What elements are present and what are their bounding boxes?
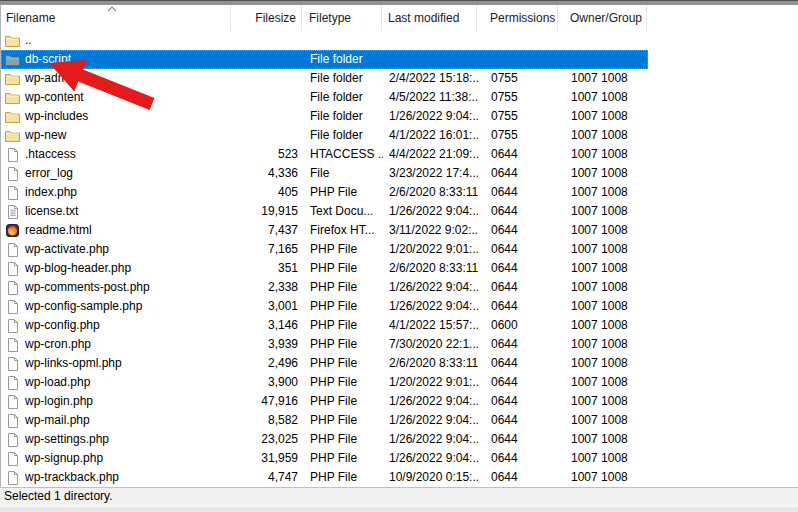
type-cell: PHP File	[303, 392, 383, 411]
filename-cell: wp-admin	[1, 69, 232, 88]
filename-label: wp-config-sample.php	[25, 297, 142, 316]
modified-cell: 1/26/2022 9:04:...	[383, 107, 478, 126]
file-row[interactable]: wp-newFile folder4/1/2022 16:01:...07551…	[1, 126, 648, 145]
perms-cell: 0644	[478, 449, 559, 468]
filename-label: wp-mail.php	[25, 411, 90, 430]
file-row[interactable]: error_log4,336File3/23/2022 17:4...06441…	[1, 164, 648, 183]
filename-label: wp-new	[25, 126, 66, 145]
perms-cell: 0755	[478, 88, 559, 107]
filename-cell: wp-settings.php	[1, 430, 232, 449]
file-row[interactable]: wp-activate.php7,165PHP File1/20/2022 9:…	[1, 240, 648, 259]
type-cell: File folder	[303, 69, 383, 88]
file-row[interactable]: db-scriptFile folder	[1, 50, 648, 69]
file-row[interactable]: wp-blog-header.php351PHP File2/6/2020 8:…	[1, 259, 648, 278]
perms-cell: 0755	[478, 126, 559, 145]
column-header-filesize[interactable]: Filesize	[231, 5, 302, 31]
file-row[interactable]: license.txt19,915Text Docu...1/26/2022 9…	[1, 202, 648, 221]
owner-cell: 1007 1008	[559, 107, 648, 126]
owner-cell: 1007 1008	[559, 297, 648, 316]
modified-cell: 4/1/2022 16:01:...	[383, 126, 478, 145]
file-row[interactable]: wp-cron.php3,939PHP File7/30/2020 22:1..…	[1, 335, 648, 354]
folder-selected-icon	[4, 52, 21, 67]
modified-cell: 2/4/2022 15:18:...	[383, 69, 478, 88]
file-icon	[4, 470, 21, 485]
filename-cell: wp-signup.php	[1, 449, 232, 468]
owner-cell: 1007 1008	[559, 430, 648, 449]
column-header-filetype[interactable]: Filetype	[302, 5, 382, 31]
file-row[interactable]: wp-trackback.php4,747PHP File10/9/2020 0…	[1, 468, 648, 487]
file-row[interactable]: wp-login.php47,916PHP File1/26/2022 9:04…	[1, 392, 648, 411]
file-icon	[4, 413, 21, 428]
type-cell: PHP File	[303, 468, 383, 487]
folder-icon	[4, 33, 21, 48]
filename-cell: index.php	[1, 183, 232, 202]
perms-cell: 0644	[478, 297, 559, 316]
column-header-last-modified[interactable]: Last modified	[382, 5, 477, 31]
size-cell: 2,496	[232, 354, 303, 373]
file-row[interactable]: wp-contentFile folder4/5/2022 11:38:...0…	[1, 88, 648, 107]
filename-cell: db-script	[1, 50, 232, 69]
perms-cell: 0644	[478, 164, 559, 183]
type-cell	[303, 31, 383, 50]
perms-cell: 0644	[478, 278, 559, 297]
owner-cell: 1007 1008	[559, 468, 648, 487]
status-text: Selected 1 directory.	[4, 489, 113, 503]
file-row[interactable]: wp-includesFile folder1/26/2022 9:04:...…	[1, 107, 648, 126]
size-cell	[232, 69, 303, 88]
modified-cell: 2/6/2020 8:33:11	[383, 354, 478, 373]
filename-label: wp-includes	[25, 107, 88, 126]
filename-cell: ..	[1, 31, 232, 50]
file-icon	[4, 337, 21, 352]
modified-cell: 3/11/2022 9:02:...	[383, 221, 478, 240]
column-header-permissions[interactable]: Permissions	[477, 5, 558, 31]
size-cell: 351	[232, 259, 303, 278]
filename-cell: .htaccess	[1, 145, 232, 164]
type-cell: Firefox HT...	[303, 221, 383, 240]
file-row[interactable]: wp-links-opml.php2,496PHP File2/6/2020 8…	[1, 354, 648, 373]
file-row[interactable]: wp-config-sample.php3,001PHP File1/26/20…	[1, 297, 648, 316]
file-icon	[4, 356, 21, 371]
file-manager-remote-pane: FilenameFilesizeFiletypeLast modifiedPer…	[0, 0, 798, 512]
file-icon	[4, 280, 21, 295]
file-row[interactable]: wp-comments-post.php2,338PHP File1/26/20…	[1, 278, 648, 297]
file-row[interactable]: wp-adminFile folder2/4/2022 15:18:...075…	[1, 69, 648, 88]
file-list: ..db-scriptFile folderwp-adminFile folde…	[1, 31, 648, 487]
file-row[interactable]: wp-settings.php23,025PHP File1/26/2022 9…	[1, 430, 648, 449]
file-row[interactable]: wp-load.php3,900PHP File1/20/2022 9:01:.…	[1, 373, 648, 392]
file-row[interactable]: wp-signup.php31,959PHP File1/26/2022 9:0…	[1, 449, 648, 468]
owner-cell: 1007 1008	[559, 392, 648, 411]
file-row[interactable]: index.php405PHP File2/6/2020 8:33:110644…	[1, 183, 648, 202]
file-icon	[4, 394, 21, 409]
file-icon	[4, 242, 21, 257]
modified-cell: 1/26/2022 9:04:...	[383, 202, 478, 221]
filename-label: ..	[25, 31, 32, 50]
owner-cell: 1007 1008	[559, 164, 648, 183]
owner-cell: 1007 1008	[559, 259, 648, 278]
modified-cell	[383, 50, 478, 69]
perms-cell	[478, 31, 559, 50]
modified-cell: 2/6/2020 8:33:11	[383, 183, 478, 202]
file-row[interactable]: wp-config.php3,146PHP File4/1/2022 15:57…	[1, 316, 648, 335]
perms-cell: 0644	[478, 354, 559, 373]
type-cell: PHP File	[303, 278, 383, 297]
size-cell: 19,915	[232, 202, 303, 221]
size-cell	[232, 50, 303, 69]
file-row[interactable]: readme.html7,437Firefox HT...3/11/2022 9…	[1, 221, 648, 240]
size-cell	[232, 88, 303, 107]
file-row[interactable]: ..	[1, 31, 648, 50]
size-cell: 23,025	[232, 430, 303, 449]
modified-cell: 1/26/2022 9:04:...	[383, 297, 478, 316]
perms-cell	[478, 50, 559, 69]
filename-cell: wp-blog-header.php	[1, 259, 232, 278]
column-header-owner-group[interactable]: Owner/Group	[558, 5, 647, 31]
file-row[interactable]: wp-mail.php8,582PHP File1/26/2022 9:04:.…	[1, 411, 648, 430]
perms-cell: 0755	[478, 107, 559, 126]
size-cell: 3,900	[232, 373, 303, 392]
filename-cell: wp-config-sample.php	[1, 297, 232, 316]
sort-ascending-icon	[107, 1, 117, 7]
owner-cell: 1007 1008	[559, 411, 648, 430]
file-row[interactable]: .htaccess523HTACCESS ...4/4/2022 21:09:.…	[1, 145, 648, 164]
size-cell: 7,165	[232, 240, 303, 259]
file-icon	[4, 432, 21, 447]
filename-label: license.txt	[25, 202, 78, 221]
